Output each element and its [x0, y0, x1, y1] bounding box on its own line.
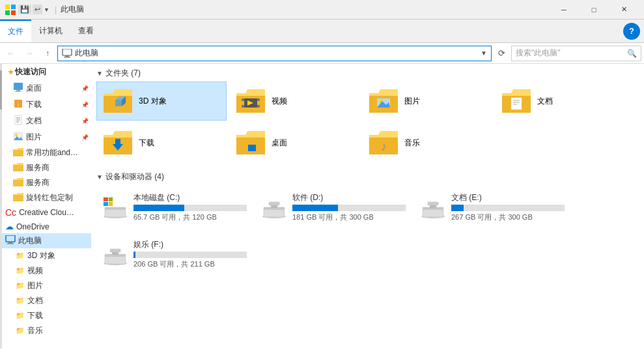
drive-item-e[interactable]: 文档 (E:) 267 GB 可用，共 300 GB — [414, 185, 570, 229]
sidebar-thispc-downloads[interactable]: 📁 下载 — [0, 308, 91, 323]
svg-rect-58 — [428, 202, 438, 205]
drive-item-f[interactable]: 娱乐 (F:) 206 GB 可用，共 211 GB — [96, 232, 253, 276]
address-dropdown[interactable]: ▼ — [481, 50, 487, 57]
sidebar-3d-label: 3D 对象 — [27, 250, 55, 261]
sidebar-thispc-label: 此电脑 — [18, 235, 42, 246]
folder-icon-service2 — [13, 177, 23, 188]
drive-c-info: 本地磁盘 (C:) 65.7 GB 可用，共 120 GB — [133, 192, 247, 222]
svg-rect-29 — [257, 105, 260, 108]
onedrive-icon: ☁ — [5, 222, 14, 231]
folder-images-svg — [368, 87, 399, 115]
folder-video-svg — [235, 87, 266, 115]
drive-c-bar-bg — [133, 205, 247, 211]
nav-bar: ← → ↑ 此电脑 ▼ ⟳ 搜索"此电脑" 🔍 — [0, 43, 644, 64]
sidebar-item-docs[interactable]: 文档 📌 — [0, 113, 91, 129]
sidebar-item-downloads[interactable]: ↓ 下载 📌 — [0, 96, 91, 113]
folder-item-desktop[interactable]: 桌面 — [229, 123, 359, 162]
folder-item-downloads[interactable]: 下载 — [96, 123, 227, 162]
svg-rect-2 — [5, 10, 10, 15]
refresh-btn[interactable]: ⟳ — [493, 45, 510, 62]
qa-undo[interactable]: ↩ — [33, 5, 42, 14]
tab-computer[interactable]: 计算机 — [31, 20, 70, 42]
drive-c-bar-fill — [133, 205, 184, 211]
title-text: 此电脑 — [61, 4, 549, 15]
sidebar-down-label: 下载 — [27, 310, 43, 321]
help-btn[interactable]: ? — [623, 23, 640, 40]
svg-rect-42 — [104, 197, 108, 201]
sidebar-item-cc[interactable]: Cc Creative Cloud F — [0, 205, 91, 220]
svg-rect-45 — [109, 202, 113, 206]
sidebar-item-rotate[interactable]: 旋转红包定制 — [0, 190, 91, 205]
svg-rect-34 — [511, 98, 522, 109]
maximize-btn[interactable]: □ — [579, 0, 609, 20]
up-btn[interactable]: ↑ — [39, 45, 56, 62]
folder-images-name: 图片 — [404, 96, 420, 107]
folder-item-images[interactable]: 图片 — [362, 81, 492, 121]
folders-title: 文件夹 (7) — [105, 68, 141, 79]
sidebar-thispc-docs[interactable]: 📁 文档 — [0, 293, 91, 308]
tab-view[interactable]: 查看 — [70, 20, 102, 42]
sidebar-item-desktop[interactable]: 桌面 📌 — [0, 80, 91, 96]
sidebar-item-images[interactable]: 图片 📌 — [0, 129, 91, 145]
back-btn[interactable]: ← — [3, 45, 20, 62]
thispc-icon — [5, 235, 16, 246]
svg-rect-3 — [11, 10, 16, 15]
drive-f-bar-fill — [133, 252, 135, 258]
forward-btn[interactable]: → — [21, 45, 38, 62]
svg-rect-7 — [14, 83, 23, 90]
folder-music-name: 音乐 — [404, 138, 420, 149]
sidebar-onedrive-label: OneDrive — [16, 222, 49, 231]
sidebar-thispc-3d[interactable]: 📁 3D 对象 — [0, 248, 91, 263]
drive-item-d[interactable]: 软件 (D:) 181 GB 可用，共 300 GB — [255, 185, 412, 229]
folder-item-docs[interactable]: 文档 — [495, 81, 625, 121]
pin-icon-docs: 📌 — [81, 118, 89, 124]
sidebar-item-service1[interactable]: 服务商 — [0, 160, 91, 175]
close-btn[interactable]: ✕ — [609, 0, 639, 20]
folder-item-music[interactable]: ♪ 音乐 — [362, 123, 492, 162]
sidebar-thispc-video[interactable]: 📁 视频 — [0, 263, 91, 278]
qa-save[interactable]: 💾 — [18, 5, 31, 14]
sidebar-quick-access[interactable]: ★ 快速访问 — [0, 64, 91, 80]
svg-rect-8 — [16, 90, 20, 91]
svg-point-17 — [15, 134, 18, 136]
sidebar-desktop-label: 桌面 — [26, 83, 42, 94]
app-icon — [5, 5, 16, 15]
sidebar-rotate-label: 旋转红包定制 — [26, 192, 73, 203]
drive-d-info: 软件 (D:) 181 GB 可用，共 300 GB — [292, 192, 406, 222]
qa-dropdown[interactable]: ▼ — [44, 7, 49, 13]
folders-section-header: ▼ 文件夹 (7) — [91, 64, 644, 81]
address-bar[interactable]: 此电脑 ▼ — [57, 46, 492, 61]
svg-rect-9 — [15, 91, 21, 92]
folder-item-3d[interactable]: 3D 对象 — [96, 81, 227, 121]
folder-icon-service1 — [13, 162, 23, 173]
sidebar-item-thispc[interactable]: 此电脑 — [0, 233, 91, 248]
minimize-btn[interactable]: ─ — [549, 0, 579, 20]
sidebar-downloads-label: 下载 — [26, 99, 42, 110]
sidebar-thispc-music[interactable]: 📁 音乐 — [0, 323, 91, 338]
search-bar[interactable]: 搜索"此电脑" 🔍 — [511, 46, 641, 61]
folder-desktop-svg — [235, 128, 266, 157]
drive-f-bar-bg — [133, 252, 247, 258]
sidebar-item-common[interactable]: 常用功能and弹窗 — [0, 145, 91, 160]
docs-icon — [13, 115, 23, 127]
sidebar-item-onedrive[interactable]: ☁ OneDrive — [0, 220, 91, 233]
folder-desktop-name: 桌面 — [272, 138, 287, 149]
drive-c-name: 本地磁盘 (C:) — [133, 192, 247, 203]
folder-music-svg: ♪ — [368, 128, 399, 157]
drive-f-space: 206 GB 可用，共 211 GB — [133, 259, 247, 269]
folder-3d-svg — [102, 87, 133, 115]
sidebar-docs2-label: 文档 — [27, 295, 43, 306]
search-icon[interactable]: 🔍 — [627, 49, 637, 58]
download-icon: ↓ — [13, 98, 23, 111]
sidebar-item-service2[interactable]: 服务商 — [0, 175, 91, 190]
sidebar-video-label: 视频 — [27, 265, 43, 276]
sidebar-thispc-images[interactable]: 📁 图片 — [0, 278, 91, 293]
tab-file[interactable]: 文件 — [0, 20, 31, 42]
sidebar-cc-label: Creative Cloud F — [19, 208, 77, 217]
drive-c-space: 65.7 GB 可用，共 120 GB — [133, 212, 247, 222]
sidebar-images-label: 图片 — [26, 132, 42, 143]
drive-item-c[interactable]: 本地磁盘 (C:) 65.7 GB 可用，共 120 GB — [96, 185, 253, 229]
folder-item-video[interactable]: 视频 — [229, 81, 359, 121]
folder-downloads-name: 下载 — [139, 138, 154, 149]
svg-rect-48 — [105, 207, 126, 210]
